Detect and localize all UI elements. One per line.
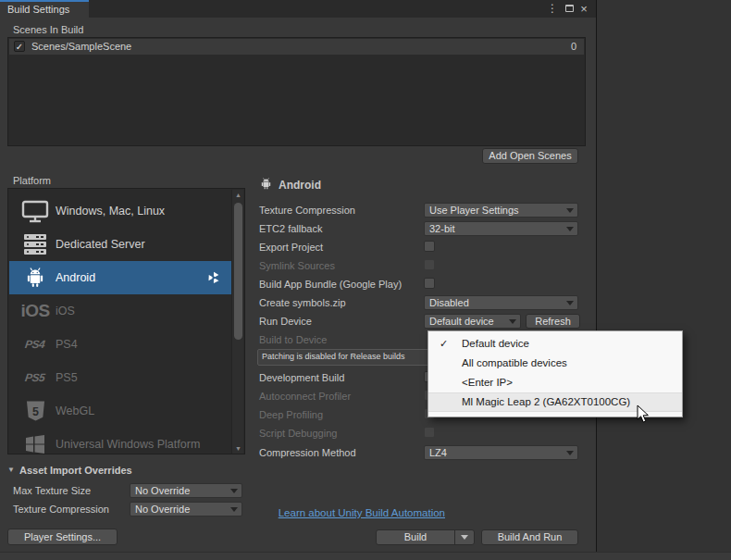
- create-symbols-dropdown[interactable]: Disabled: [424, 295, 578, 310]
- create-symbols-label: Create symbols.zip: [259, 297, 346, 308]
- build-settings-tab[interactable]: Build Settings: [0, 0, 89, 18]
- menu-item-label: All compatible devices: [462, 357, 567, 368]
- platform-item-ios[interactable]: iOS iOS: [9, 294, 232, 328]
- texture-compression-label: Texture Compression: [259, 205, 355, 216]
- platform-label: WebGL: [56, 394, 94, 428]
- platform-label: Universal Windows Platform: [56, 428, 200, 454]
- build-dropdown-arrow[interactable]: [454, 530, 474, 544]
- close-icon[interactable]: ×: [577, 0, 590, 18]
- refresh-button[interactable]: Refresh: [526, 314, 580, 329]
- build-settings-window: Build Settings ⋮ × Scenes In Build ✓ Sce…: [0, 0, 597, 560]
- script-debugging-checkbox: [424, 427, 435, 438]
- ios-icon: iOS: [20, 294, 50, 328]
- window-menu-icon[interactable]: ⋮: [547, 0, 558, 18]
- build-automation-link[interactable]: Learn about Unity Build Automation: [279, 507, 445, 518]
- android-icon: [20, 261, 50, 294]
- android-header-icon: [259, 177, 273, 193]
- override-texture-compression-label: Texture Compression: [13, 504, 109, 515]
- build-to-device-label: Build to Device: [259, 334, 327, 345]
- dropdown-value: LZ4: [429, 447, 447, 458]
- override-texture-compression-dropdown[interactable]: No Override: [130, 502, 242, 516]
- menu-item-label: Ml Magic Leap 2 (GA62XT0100CG): [462, 396, 630, 407]
- platform-scrollbar[interactable]: ▲ ▼: [231, 190, 243, 454]
- deep-profiling-label: Deep Profiling: [259, 409, 323, 420]
- export-project-label: Export Project: [259, 242, 323, 253]
- window-bottom-edge: [0, 552, 731, 560]
- maximize-icon[interactable]: [563, 0, 576, 18]
- menu-item-default-device[interactable]: ✓ Default device: [428, 334, 682, 354]
- dropdown-value: No Override: [135, 504, 190, 515]
- symlink-sources-label: Symlink Sources: [259, 260, 335, 271]
- platform-label: iOS: [56, 294, 75, 328]
- script-debugging-label: Script Debugging: [259, 428, 337, 439]
- menu-item-label: <Enter IP>: [462, 377, 513, 388]
- scrollbar-thumb[interactable]: [234, 203, 242, 340]
- autoconnect-profiler-label: Autoconnect Profiler: [259, 391, 351, 402]
- build-button[interactable]: Build: [377, 530, 454, 544]
- platform-label: Dedicated Server: [56, 228, 145, 261]
- texture-compression-dropdown[interactable]: Use Player Settings: [424, 203, 578, 218]
- platform-item-webgl[interactable]: 5 WebGL: [9, 394, 232, 428]
- dropdown-value: Disabled: [429, 297, 469, 308]
- svg-text:5: 5: [32, 405, 39, 418]
- platform-item-windows[interactable]: Windows, Mac, Linux: [9, 194, 232, 228]
- add-open-scenes-button[interactable]: Add Open Scenes: [482, 148, 578, 164]
- platform-item-dedicated-server[interactable]: Dedicated Server: [9, 228, 232, 261]
- scenes-in-build-header: Scenes In Build: [13, 24, 83, 35]
- mouse-cursor: [637, 404, 650, 426]
- platform-item-ps5[interactable]: PS5 PS5: [9, 361, 232, 394]
- export-project-checkbox[interactable]: [424, 241, 435, 252]
- check-icon: ✓: [440, 334, 448, 354]
- scroll-up-icon[interactable]: ▲: [232, 190, 244, 201]
- platform-label: PS4: [56, 328, 78, 361]
- run-device-label: Run Device: [259, 316, 312, 327]
- foldout-icon[interactable]: ▼: [7, 466, 15, 474]
- scene-index: 0: [571, 39, 576, 55]
- compression-method-label: Compression Method: [259, 447, 356, 458]
- windows-icon: [20, 428, 50, 454]
- menu-item-label: Default device: [462, 338, 529, 349]
- platform-item-uwp[interactable]: Universal Windows Platform: [9, 428, 232, 454]
- symlink-sources-checkbox: [424, 259, 435, 270]
- dropdown-value: No Override: [135, 485, 190, 496]
- platform-item-ps4[interactable]: PS4 PS4: [9, 328, 232, 361]
- webgl-icon: 5: [20, 394, 50, 428]
- build-split-button: Build: [376, 529, 475, 545]
- scene-row[interactable]: ✓ Scenes/SampleScene 0: [9, 39, 584, 55]
- build-app-bundle-label: Build App Bundle (Google Play): [259, 279, 402, 290]
- max-texture-size-label: Max Texture Size: [13, 485, 91, 496]
- menu-item-all-compatible[interactable]: All compatible devices: [428, 354, 682, 373]
- development-build-label: Development Build: [259, 372, 344, 383]
- asset-import-overrides-header[interactable]: Asset Import Overrides: [19, 465, 132, 476]
- server-icon: [20, 228, 50, 261]
- scroll-down-icon[interactable]: ▼: [232, 443, 244, 454]
- monitor-icon: [20, 194, 50, 228]
- dropdown-value: Default device: [429, 316, 494, 327]
- scene-name: Scenes/SampleScene: [31, 39, 131, 55]
- tab-title: Build Settings: [7, 4, 69, 15]
- dropdown-value: 32-bit: [429, 223, 455, 234]
- run-device-dropdown[interactable]: Default device: [424, 314, 521, 329]
- build-app-bundle-checkbox[interactable]: [424, 278, 435, 289]
- title-bar: Build Settings ⋮ ×: [0, 0, 596, 18]
- ps5-icon: PS5: [20, 361, 50, 394]
- platform-item-android[interactable]: Android: [9, 261, 232, 294]
- platform-list: Windows, Mac, Linux Dedicated Server And…: [7, 188, 245, 454]
- unity-editor-screen: Build Settings ⋮ × Scenes In Build ✓ Sce…: [0, 0, 731, 560]
- scene-checkbox[interactable]: ✓: [14, 41, 25, 52]
- platform-label: Windows, Mac, Linux: [56, 194, 165, 228]
- player-settings-button[interactable]: Player Settings...: [7, 529, 118, 545]
- platform-label: PS5: [56, 361, 78, 394]
- compression-method-dropdown[interactable]: LZ4: [424, 445, 578, 460]
- etc2-fallback-label: ETC2 fallback: [259, 223, 322, 234]
- platform-label: Android: [56, 261, 95, 294]
- unity-logo-icon: [206, 270, 221, 287]
- menu-item-enter-ip[interactable]: <Enter IP>: [428, 373, 682, 392]
- build-and-run-button[interactable]: Build And Run: [481, 529, 578, 545]
- platform-header: Platform: [13, 175, 51, 186]
- android-section-header: Android: [279, 179, 321, 192]
- ps4-icon: PS4: [20, 328, 50, 361]
- etc2-fallback-dropdown[interactable]: 32-bit: [424, 221, 578, 236]
- scenes-list[interactable]: ✓ Scenes/SampleScene 0: [7, 37, 586, 146]
- max-texture-size-dropdown[interactable]: No Override: [130, 483, 242, 498]
